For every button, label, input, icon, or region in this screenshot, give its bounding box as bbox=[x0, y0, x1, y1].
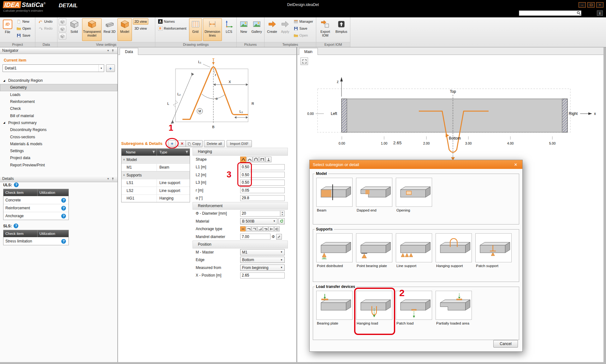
dialog-item-patch-support[interactable]: Patch support bbox=[475, 233, 512, 268]
current-item-dropdown[interactable]: Detail1 ▼ bbox=[3, 64, 104, 72]
shape-option-loop-icon[interactable] bbox=[253, 157, 259, 162]
material-select[interactable]: B 500B▼ bbox=[240, 218, 277, 224]
master-select[interactable]: M1▼ bbox=[240, 249, 285, 255]
shape-option-bar-icon[interactable] bbox=[265, 157, 271, 162]
collapse-icon[interactable]: ∧ bbox=[123, 174, 125, 176]
search-icon[interactable] bbox=[576, 11, 581, 15]
anchorage-loop-icon[interactable] bbox=[274, 226, 280, 231]
grid-button[interactable]: Grid bbox=[189, 18, 202, 41]
solid-view-button[interactable]: Solid bbox=[67, 18, 81, 41]
group-header-reinforcement[interactable]: Reinforcement bbox=[193, 202, 288, 210]
anchorage-hook-180-icon[interactable] bbox=[263, 226, 268, 231]
anchorage-straight-icon[interactable] bbox=[240, 226, 246, 231]
filter-funnel-icon[interactable] bbox=[152, 151, 155, 154]
nav-item-discontinuity-region[interactable]: ◢Discontinuity Region bbox=[0, 77, 117, 84]
anchorage-hook-90-icon[interactable] bbox=[252, 226, 257, 231]
anchorage-hook-down-icon[interactable] bbox=[246, 226, 251, 231]
table-row[interactable]: M1Beam bbox=[122, 164, 190, 171]
picture-new-button[interactable]: New bbox=[238, 18, 249, 41]
redo-button[interactable]: Redo bbox=[37, 25, 54, 32]
view-preset-button-1[interactable] bbox=[59, 18, 66, 25]
nav-item-project-summary[interactable]: ◢Project summary bbox=[0, 119, 117, 126]
dialog-item-hanging-support[interactable]: Hanging support bbox=[436, 233, 472, 268]
group-row-supports[interactable]: ∧Supports bbox=[122, 171, 190, 179]
nav-item-settings[interactable]: Settings bbox=[0, 147, 117, 154]
template-manager-button[interactable]: Manager bbox=[292, 18, 315, 25]
template-open-button[interactable]: Open bbox=[292, 32, 315, 39]
group-row-model[interactable]: ∧Model bbox=[122, 156, 190, 164]
collapse-chevron-icon[interactable]: ▾ bbox=[106, 177, 110, 180]
undo-button[interactable]: Undo bbox=[37, 18, 54, 25]
dialog-item-opening[interactable]: Opening bbox=[396, 178, 433, 212]
template-save-button[interactable]: Save bbox=[292, 25, 315, 32]
search-input[interactable] bbox=[519, 11, 576, 15]
diameter-stepper[interactable]: ▲▼ bbox=[280, 211, 285, 217]
nav-item-reinforcement[interactable]: Reinforcement bbox=[0, 98, 117, 105]
alpha-input[interactable] bbox=[240, 195, 285, 201]
help-icon[interactable]: ? bbox=[14, 182, 19, 187]
mandrel-input[interactable] bbox=[240, 234, 270, 240]
dialog-item-point-distributed[interactable]: Point distributed bbox=[316, 233, 353, 268]
collapse-icon[interactable]: ∧ bbox=[123, 158, 125, 161]
view-preset-button-2[interactable] bbox=[59, 26, 66, 32]
measured-from-select[interactable]: From beginning▼ bbox=[240, 265, 285, 271]
model-view-button[interactable]: Model bbox=[117, 18, 132, 41]
tab-data[interactable]: Data bbox=[120, 48, 138, 55]
dialog-item-bearing-plate[interactable]: Bearing plate bbox=[316, 291, 353, 325]
template-create-button[interactable]: Create bbox=[266, 18, 278, 41]
new-button[interactable]: New bbox=[15, 18, 33, 25]
import-dxf-button[interactable]: Import DXF bbox=[227, 140, 252, 147]
bimplus-button[interactable]: Bimplus bbox=[334, 18, 349, 41]
dimension-lines-button[interactable]: Dimension lines bbox=[203, 18, 222, 41]
view-3d-button[interactable]: 3D view bbox=[133, 25, 148, 32]
pin-icon[interactable] bbox=[110, 49, 115, 52]
nav-item-geometry[interactable]: Geometry bbox=[0, 84, 117, 91]
anchorage-plate-icon[interactable] bbox=[269, 226, 274, 231]
nav-item-bill-of-material[interactable]: Bill of material bbox=[0, 112, 117, 119]
tab-main[interactable]: Main bbox=[299, 48, 318, 55]
minimize-button[interactable]: – bbox=[579, 2, 586, 8]
copy-button[interactable]: Copy bbox=[186, 140, 203, 147]
pin-icon[interactable] bbox=[110, 177, 115, 181]
add-detail-button[interactable]: + bbox=[106, 64, 115, 72]
help-icon[interactable]: ? bbox=[61, 198, 66, 203]
view-2d-button[interactable]: 2D view bbox=[133, 18, 148, 25]
expander-icon[interactable]: ◢ bbox=[3, 79, 6, 82]
lcs-button[interactable]: LCS bbox=[223, 18, 235, 41]
dialog-item-dapped-end[interactable]: Dapped end bbox=[356, 178, 393, 212]
dialog-item-partially-loaded-area[interactable]: Partially loaded area bbox=[436, 291, 472, 325]
cancel-button[interactable]: Cancel bbox=[493, 340, 518, 348]
diameter-input[interactable] bbox=[240, 211, 280, 217]
table-row[interactable]: LS1Line support bbox=[122, 179, 190, 187]
dialog-item-beam[interactable]: Beam bbox=[316, 178, 353, 212]
nav-item-report-preview-print[interactable]: Report Preview/Print bbox=[0, 162, 117, 169]
gallery-button[interactable]: Gallery bbox=[250, 18, 263, 41]
dialog-header[interactable]: Select subregion or detail ✕ bbox=[310, 160, 522, 169]
beam-body[interactable] bbox=[342, 99, 567, 132]
transparent-model-button[interactable]: Transparent model bbox=[82, 18, 102, 41]
material-refresh-button[interactable] bbox=[278, 218, 285, 224]
collapse-chevron-icon[interactable]: ▾ bbox=[106, 49, 110, 52]
expander-icon[interactable]: ◢ bbox=[3, 121, 6, 124]
help-icon[interactable]: ? bbox=[61, 206, 66, 211]
group-header-position[interactable]: Position bbox=[193, 241, 288, 248]
template-apply-button[interactable]: Apply bbox=[279, 18, 291, 41]
info-button[interactable]: i bbox=[597, 10, 603, 16]
group-header-hanging[interactable]: Hanging bbox=[193, 148, 288, 156]
spinner-up-icon[interactable]: ▲ bbox=[280, 211, 284, 214]
x-position-input[interactable] bbox=[240, 272, 285, 278]
close-button[interactable]: × bbox=[596, 2, 603, 8]
dialog-item-point-bearing-plate[interactable]: Point bearing plate bbox=[356, 233, 393, 268]
dialog-close-icon[interactable]: ✕ bbox=[512, 162, 519, 167]
nav-item-discontinuity-regions[interactable]: Discontinuity Regions bbox=[0, 126, 117, 133]
view-preset-button-3[interactable] bbox=[59, 33, 66, 39]
help-icon[interactable]: ? bbox=[61, 214, 66, 218]
real-3d-button[interactable]: Real 3D bbox=[103, 18, 116, 41]
spinner-down-icon[interactable]: ▼ bbox=[280, 213, 284, 216]
delete-subregion-button[interactable]: ✕ bbox=[178, 140, 186, 147]
export-iom-button[interactable]: Export IOM bbox=[318, 18, 333, 41]
nav-item-check[interactable]: Check bbox=[0, 105, 117, 112]
nav-item-cross-sections[interactable]: Cross-sections bbox=[0, 133, 117, 140]
file-button[interactable]: ID File bbox=[1, 18, 14, 41]
shape-option-round-icon[interactable] bbox=[247, 157, 252, 162]
